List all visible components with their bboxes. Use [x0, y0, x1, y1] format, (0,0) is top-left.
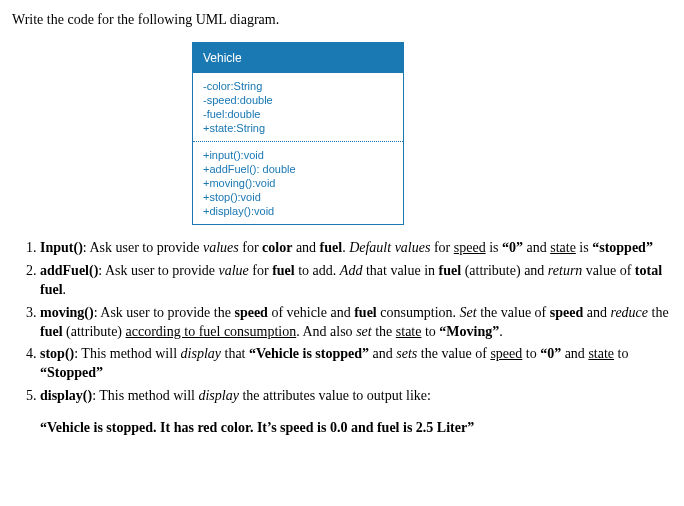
- text-segment: state: [396, 324, 422, 339]
- text-segment: for: [239, 240, 262, 255]
- text-segment: . And also: [296, 324, 356, 339]
- sample-output-text: “Vehicle is stopped. It has red color. I…: [40, 420, 672, 436]
- text-segment: and: [561, 346, 588, 361]
- uml-attributes-section: -color:String-speed:double-fuel:double+s…: [193, 73, 403, 141]
- text-segment: color: [262, 240, 292, 255]
- uml-operations-section: +input():void+addFuel(): double+moving()…: [193, 141, 403, 224]
- text-segment: “0”: [502, 240, 523, 255]
- text-segment: speed: [550, 305, 583, 320]
- text-segment: and: [583, 305, 610, 320]
- text-segment: values: [203, 240, 239, 255]
- method-name: moving(): [40, 305, 94, 320]
- text-segment: (attribute): [63, 324, 126, 339]
- text-segment: for: [249, 263, 272, 278]
- uml-operation: +stop():void: [193, 190, 403, 204]
- uml-operation: +input():void: [193, 148, 403, 162]
- text-segment: that value in: [362, 263, 438, 278]
- text-segment: return: [548, 263, 582, 278]
- text-segment: : Ask user to provide: [83, 240, 203, 255]
- text-segment: display: [181, 346, 221, 361]
- text-segment: “stopped”: [592, 240, 653, 255]
- text-segment: the: [648, 305, 669, 320]
- text-segment: fuel: [272, 263, 295, 278]
- description-item: moving(): Ask user to provide the speed …: [40, 304, 672, 342]
- text-segment: sets: [396, 346, 417, 361]
- text-segment: for: [430, 240, 453, 255]
- uml-operation: +addFuel(): double: [193, 162, 403, 176]
- text-segment: speed: [490, 346, 522, 361]
- text-segment: : Ask user to provide: [98, 263, 218, 278]
- method-name: addFuel(): [40, 263, 98, 278]
- text-segment: to: [522, 346, 540, 361]
- text-segment: fuel: [40, 324, 63, 339]
- uml-attribute: -color:String: [193, 79, 403, 93]
- method-description-list: Input(): Ask user to provide values for …: [12, 239, 672, 406]
- text-segment: “Vehicle is stopped”: [249, 346, 369, 361]
- text-segment: to: [614, 346, 628, 361]
- text-segment: and: [292, 240, 319, 255]
- text-segment: of vehicle and: [268, 305, 354, 320]
- text-segment: to: [421, 324, 439, 339]
- uml-attribute: -fuel:double: [193, 107, 403, 121]
- description-item: display(): This method will display the …: [40, 387, 672, 406]
- description-item: addFuel(): Ask user to provide value for…: [40, 262, 672, 300]
- description-item: stop(): This method will display that “V…: [40, 345, 672, 383]
- text-segment: Default values: [349, 240, 430, 255]
- text-segment: .: [63, 282, 67, 297]
- text-segment: consumption.: [377, 305, 460, 320]
- text-segment: : Ask user to provide the: [94, 305, 235, 320]
- text-segment: the: [372, 324, 396, 339]
- text-segment: and: [369, 346, 396, 361]
- text-segment: the attributes value to output like:: [239, 388, 431, 403]
- text-segment: according to fuel consumption: [126, 324, 297, 339]
- text-segment: fuel: [439, 263, 462, 278]
- text-segment: reduce: [610, 305, 648, 320]
- method-name: Input(): [40, 240, 83, 255]
- text-segment: Set: [460, 305, 477, 320]
- text-segment: .: [499, 324, 503, 339]
- text-segment: “0”: [540, 346, 561, 361]
- uml-diagram: Vehicle -color:String-speed:double-fuel:…: [192, 42, 404, 225]
- text-segment: the value of: [417, 346, 490, 361]
- text-segment: Add: [340, 263, 363, 278]
- description-item: Input(): Ask user to provide values for …: [40, 239, 672, 258]
- text-segment: : This method will: [74, 346, 180, 361]
- text-segment: the value of: [477, 305, 550, 320]
- uml-attribute: +state:String: [193, 121, 403, 135]
- text-segment: speed: [234, 305, 267, 320]
- text-segment: state: [588, 346, 614, 361]
- text-segment: fuel: [320, 240, 343, 255]
- method-name: display(): [40, 388, 92, 403]
- uml-operation: +display():void: [193, 204, 403, 218]
- uml-attribute: -speed:double: [193, 93, 403, 107]
- uml-class-name: Vehicle: [193, 43, 403, 73]
- text-segment: state: [550, 240, 576, 255]
- text-segment: “Stopped”: [40, 365, 103, 380]
- text-segment: fuel: [354, 305, 377, 320]
- text-segment: (attribute) and: [461, 263, 548, 278]
- text-segment: : This method will: [92, 388, 198, 403]
- uml-container: Vehicle -color:String-speed:double-fuel:…: [12, 42, 672, 225]
- text-segment: to add.: [295, 263, 340, 278]
- text-segment: set: [356, 324, 372, 339]
- text-segment: value: [219, 263, 249, 278]
- text-segment: and: [523, 240, 550, 255]
- text-segment: display: [198, 388, 238, 403]
- text-segment: value of: [582, 263, 634, 278]
- text-segment: is: [576, 240, 592, 255]
- text-segment: that: [221, 346, 249, 361]
- text-segment: “Moving”: [439, 324, 499, 339]
- question-prompt: Write the code for the following UML dia…: [12, 12, 672, 28]
- method-name: stop(): [40, 346, 74, 361]
- text-segment: speed: [454, 240, 486, 255]
- uml-operation: +moving():void: [193, 176, 403, 190]
- text-segment: is: [486, 240, 502, 255]
